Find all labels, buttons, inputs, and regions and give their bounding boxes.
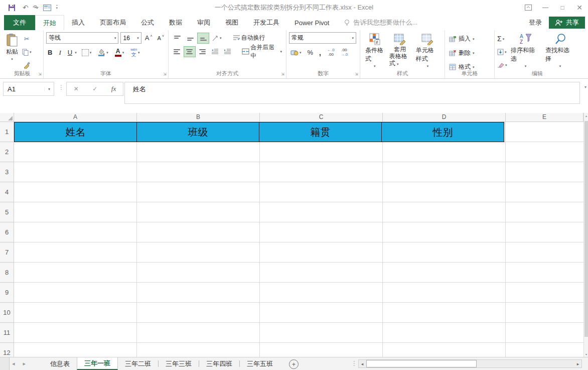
column-header-e[interactable]: E (506, 113, 583, 122)
row-header-6[interactable]: 6 (0, 222, 14, 242)
tab-data[interactable]: 数据 (162, 15, 190, 30)
percent-style-button[interactable]: % (306, 47, 315, 58)
autosum-button[interactable]: Σ▾ (497, 33, 508, 44)
align-middle-button[interactable] (184, 33, 196, 44)
cell-a1[interactable]: 姓名 (14, 122, 137, 142)
tab-insert[interactable]: 插入 (64, 15, 92, 30)
row-header-2[interactable]: 2 (0, 142, 14, 162)
font-name-combo[interactable]: 等线▾ (46, 32, 118, 44)
scroll-down-icon[interactable]: ▾ (584, 352, 588, 356)
share-button[interactable]: 共享 (549, 17, 585, 29)
tab-developer[interactable]: 开发工具 (246, 15, 287, 30)
row-header-9[interactable]: 9 (0, 283, 14, 303)
comma-style-button[interactable]: , (318, 47, 323, 58)
sheet-tab-1-active[interactable]: 三年一班 (77, 357, 118, 370)
orientation-button[interactable]: ▾ (210, 32, 223, 44)
formula-bar-expand-icon[interactable]: ▾ (584, 85, 586, 89)
row-header-7[interactable]: 7 (0, 242, 14, 263)
font-dialog-launcher[interactable]: ⇲ (163, 72, 167, 76)
delete-cells-button[interactable]: 删除 ▾ (448, 47, 476, 59)
align-right-button[interactable] (197, 46, 208, 57)
close-button[interactable]: ✕ (571, 0, 588, 15)
tab-view[interactable]: 视图 (218, 15, 246, 30)
row-header-3[interactable]: 3 (0, 162, 14, 182)
decrease-decimal-button[interactable]: .00→.0 (339, 47, 350, 58)
select-all-corner[interactable] (0, 113, 14, 122)
cut-button[interactable]: ✂ (21, 33, 33, 45)
minimize-button[interactable]: — (537, 0, 554, 15)
borders-button[interactable]: ▾ (80, 47, 93, 58)
customize-qat-button[interactable]: ▾ (56, 5, 58, 10)
row-header-12[interactable]: 12 (0, 343, 14, 357)
font-color-button[interactable]: A ▾ (113, 47, 126, 58)
increase-font-button[interactable]: A˄ (143, 32, 154, 44)
cancel-icon[interactable]: ✕ (74, 85, 79, 92)
sheet-tab-3[interactable]: 三年三班 (159, 357, 199, 370)
ribbon-display-options-icon[interactable] (520, 0, 537, 15)
sheet-tab-5[interactable]: 三年五班 (240, 357, 280, 370)
sign-in-button[interactable]: 登录 (522, 15, 549, 30)
redo-button[interactable]: ↷▾ (33, 4, 36, 11)
sheet-tab-0[interactable]: 信息表 (43, 357, 77, 370)
row-header-10[interactable]: 10 (0, 303, 14, 323)
name-box-dropdown-icon[interactable]: ▾ (44, 87, 54, 91)
tab-formulas[interactable]: 公式 (133, 15, 162, 30)
underline-button[interactable]: U (66, 47, 74, 58)
column-header-c[interactable]: C (260, 113, 383, 122)
format-as-table-button[interactable]: 套用表格格式 ▾ (387, 32, 413, 68)
cell-d1[interactable]: 性别 (381, 122, 504, 142)
clipboard-dialog-launcher[interactable]: ⇲ (38, 72, 42, 76)
tab-home[interactable]: 开始 (35, 15, 64, 30)
fill-button[interactable]: ▾ (497, 46, 508, 57)
column-header-b[interactable]: B (137, 113, 260, 122)
decrease-indent-button[interactable] (209, 46, 221, 57)
decrease-font-button[interactable]: A˅ (156, 32, 166, 44)
row-header-1[interactable]: 1 (0, 122, 14, 142)
cell-c1[interactable]: 籍贯 (259, 122, 382, 142)
bold-button[interactable]: B (46, 47, 54, 58)
scroll-up-icon[interactable]: ▴ (584, 114, 588, 117)
row-header-5[interactable]: 5 (0, 202, 14, 222)
save-icon[interactable] (8, 4, 16, 12)
next-sheet-icon[interactable]: ▸ (23, 360, 26, 367)
enter-icon[interactable]: ✓ (92, 85, 97, 92)
increase-indent-button[interactable] (222, 46, 233, 57)
row-header-11[interactable]: 11 (0, 323, 14, 343)
wrap-text-button[interactable]: 自动换行 (231, 32, 267, 44)
maximize-button[interactable]: □ (554, 0, 571, 15)
horizontal-scrollbar[interactable]: ◂ ▸ (358, 359, 582, 368)
align-left-button[interactable] (171, 46, 183, 57)
sheet-tab-4[interactable]: 三年四班 (199, 357, 239, 370)
tab-bar-resize-handle[interactable]: ⋮ (351, 360, 357, 367)
prev-sheet-icon[interactable]: ◂ (12, 360, 15, 367)
vertical-scrollbar-thumb[interactable] (584, 121, 588, 337)
scroll-right-icon[interactable]: ▸ (574, 360, 581, 367)
italic-button[interactable]: I (57, 47, 62, 58)
tab-file[interactable]: 文件 (4, 15, 35, 30)
copy-button[interactable]: ▾ (21, 46, 33, 58)
align-top-button[interactable] (171, 33, 183, 44)
column-header-a[interactable]: A (14, 113, 137, 122)
font-size-combo[interactable]: 16▾ (120, 32, 141, 44)
tab-review[interactable]: 审阅 (190, 15, 218, 30)
increase-decimal-button[interactable]: ←.0.00 (326, 47, 336, 58)
form-icon[interactable] (43, 5, 51, 11)
merge-center-button[interactable]: 合并后居中 ▾ (240, 46, 283, 57)
tab-power-pivot[interactable]: Power Pivot (287, 15, 337, 30)
align-bottom-button[interactable] (197, 33, 209, 44)
sort-filter-button[interactable]: AZ 排序和筛选 ▾ (508, 32, 543, 69)
formula-input[interactable]: 姓名 (124, 82, 580, 104)
row-header-8[interactable]: 8 (0, 263, 14, 283)
find-select-button[interactable]: 查找和选择 ▾ (543, 32, 577, 69)
number-format-combo[interactable]: 常规▾ (289, 32, 356, 44)
paste-button[interactable]: 粘贴 ▾ (4, 32, 21, 62)
clear-button[interactable]: ▾ (497, 59, 508, 70)
scroll-left-icon[interactable]: ◂ (359, 360, 366, 367)
alignment-dialog-launcher[interactable]: ⇲ (281, 72, 284, 76)
column-header-d[interactable]: D (383, 113, 506, 122)
name-box[interactable]: A1 ▾ (3, 82, 54, 96)
phonetic-guide-button[interactable]: wén文 ▾ (129, 47, 141, 58)
insert-cells-button[interactable]: 插入 ▾ (448, 33, 476, 45)
vertical-scrollbar[interactable]: ▴ ▾ (583, 113, 588, 357)
undo-button[interactable]: ↶▾ (23, 4, 26, 11)
